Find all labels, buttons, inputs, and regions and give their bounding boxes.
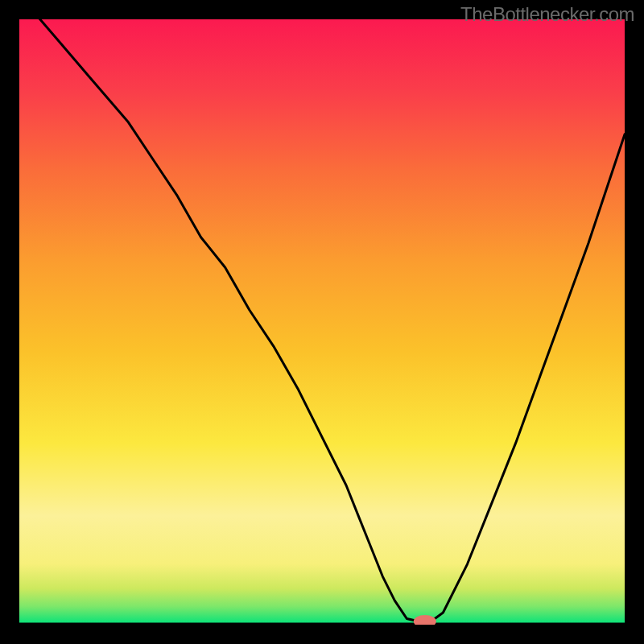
bottleneck-chart	[19, 19, 625, 625]
gradient-background	[19, 19, 625, 625]
chart-frame: TheBottlenecker.com	[0, 0, 644, 644]
